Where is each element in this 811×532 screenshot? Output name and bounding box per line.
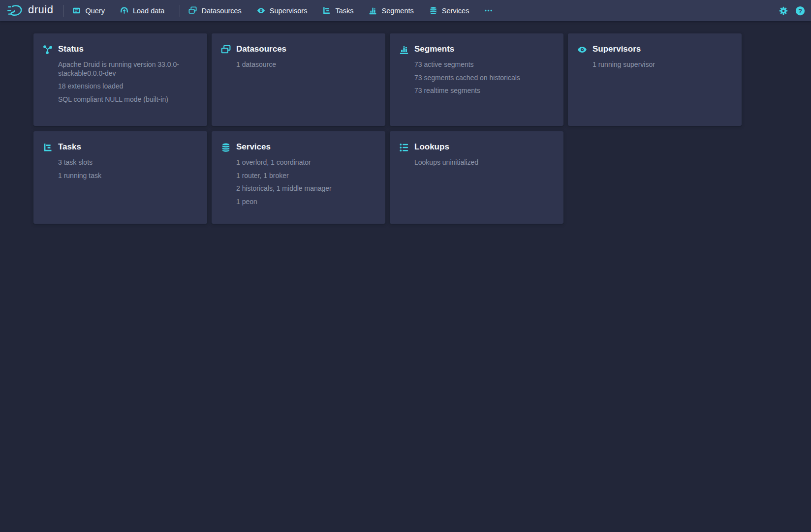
gantt-icon <box>322 6 331 15</box>
card-line: 73 segments cached on historicals <box>414 74 554 83</box>
card-segments[interactable]: Segments 73 active segments 73 segments … <box>390 33 563 126</box>
card-line: 73 realtime segments <box>414 87 554 95</box>
card-line: 1 running supervisor <box>593 60 732 69</box>
card-line: 1 peon <box>236 198 375 207</box>
nav-item-label: Services <box>442 7 469 15</box>
nav-item-services[interactable]: Services <box>429 6 469 15</box>
card-status[interactable]: Status Apache Druid is running version 3… <box>33 33 207 126</box>
gantt-icon <box>43 143 53 152</box>
navbar-divider <box>63 5 64 17</box>
nav-item-supervisors[interactable]: Supervisors <box>257 6 308 15</box>
nav-item-datasources[interactable]: Datasources <box>188 6 241 15</box>
nav-item-tasks[interactable]: Tasks <box>322 6 353 15</box>
druid-logo[interactable]: druid <box>7 3 53 18</box>
navbar-right: ? <box>779 6 805 16</box>
navbar-divider <box>180 5 180 17</box>
card-line: SQL compliant NULL mode (built-in) <box>58 95 197 104</box>
more-ellipsis-icon <box>484 6 493 15</box>
navbar: druid Query Load data <box>0 0 811 21</box>
card-line: 1 overlord, 1 coordinator <box>236 158 375 167</box>
help-button[interactable]: ? <box>795 6 805 16</box>
card-line: 3 task slots <box>58 158 197 167</box>
nav-item-label: Segments <box>381 7 413 15</box>
home-view: Status Apache Druid is running version 3… <box>0 33 811 224</box>
card-datasources[interactable]: Datasources 1 datasource <box>212 33 385 126</box>
card-title: Status <box>58 44 197 54</box>
eye-icon <box>257 6 265 15</box>
card-title: Tasks <box>58 142 197 152</box>
card-line: 1 running task <box>58 172 197 180</box>
multi-select-icon <box>221 45 231 55</box>
navbar-menu: Query Load data Datasources <box>72 5 493 17</box>
card-tasks[interactable]: Tasks 3 task slots 1 running task <box>33 131 207 224</box>
svg-text:?: ? <box>798 7 802 14</box>
card-line: 18 extensions loaded <box>58 82 197 91</box>
druid-logo-icon <box>7 3 25 18</box>
nav-item-label: Tasks <box>335 7 353 15</box>
card-title: Services <box>236 142 375 152</box>
nav-item-load-data[interactable]: Load data <box>120 6 165 15</box>
card-line: 1 router, 1 broker <box>236 172 375 180</box>
nav-item-more[interactable] <box>484 6 493 15</box>
bar-chart-icon <box>399 45 409 55</box>
multi-select-icon <box>188 6 197 15</box>
nav-item-query[interactable]: Query <box>72 6 105 15</box>
bar-chart-icon <box>369 6 377 15</box>
card-title: Datasources <box>236 44 375 54</box>
card-line: 73 active segments <box>414 60 554 69</box>
eye-icon <box>577 45 587 55</box>
card-lookups[interactable]: Lookups Lookups uninitialized <box>390 131 563 224</box>
card-services[interactable]: Services 1 overlord, 1 coordinator 1 rou… <box>212 131 385 224</box>
card-title: Supervisors <box>593 44 732 54</box>
gear-icon <box>779 6 788 15</box>
upload-icon <box>120 6 128 15</box>
card-title: Lookups <box>414 142 554 152</box>
console-icon <box>72 6 81 15</box>
nav-item-label: Load data <box>133 7 165 15</box>
graph-icon <box>43 45 53 55</box>
status-cards-grid: Status Apache Druid is running version 3… <box>33 33 811 224</box>
help-icon: ? <box>795 6 805 16</box>
nav-item-segments[interactable]: Segments <box>369 6 413 15</box>
nav-item-label: Query <box>85 7 105 15</box>
nav-item-label: Datasources <box>201 7 241 15</box>
settings-button[interactable] <box>779 6 788 15</box>
database-icon <box>429 6 437 15</box>
card-supervisors[interactable]: Supervisors 1 running supervisor <box>568 33 742 126</box>
card-title: Segments <box>414 44 554 54</box>
nav-item-label: Supervisors <box>270 7 308 15</box>
database-icon <box>221 143 231 152</box>
card-line: Lookups uninitialized <box>414 158 554 167</box>
card-line: Apache Druid is running version 33.0.0-s… <box>58 60 197 78</box>
druid-logo-text: druid <box>28 4 53 17</box>
card-line: 1 datasource <box>236 60 375 69</box>
card-line: 2 historicals, 1 middle manager <box>236 184 375 193</box>
properties-list-icon <box>399 143 409 152</box>
